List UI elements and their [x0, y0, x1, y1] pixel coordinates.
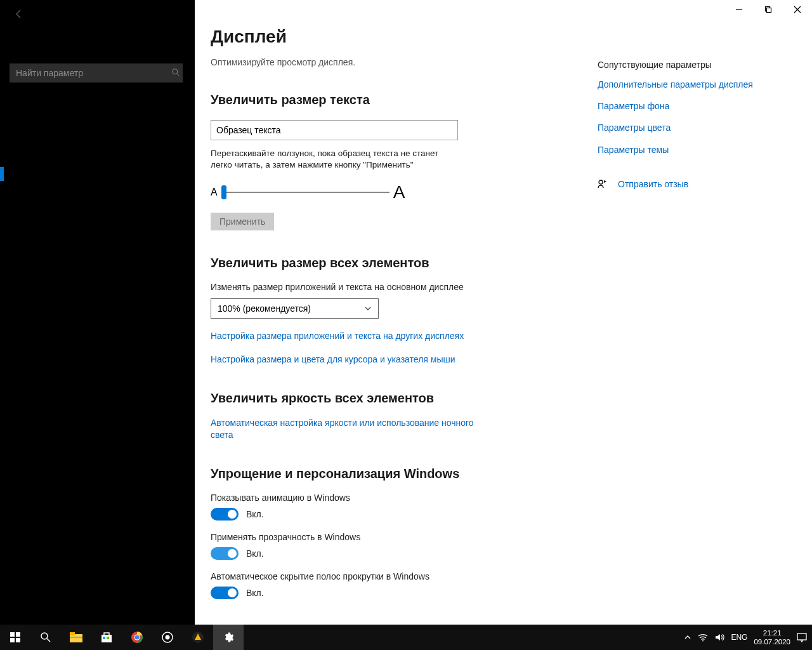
search-icon: [171, 68, 180, 77]
settings-taskbar-icon[interactable]: [213, 625, 244, 650]
clock[interactable]: 21:21 09.07.2020: [754, 628, 790, 647]
maximize-button[interactable]: [754, 0, 783, 19]
toggle-animation[interactable]: [211, 508, 239, 521]
toggle-scrollbars-label: Автоматическое скрытие полос прокрутки в…: [211, 571, 585, 581]
chevron-down-icon: [364, 305, 372, 312]
toggle-animation-label: Показывать анимацию в Windows: [211, 493, 585, 503]
file-explorer-icon[interactable]: [61, 625, 91, 650]
start-button[interactable]: [0, 625, 30, 650]
section-elements-heading: Увеличить размер всех элементов: [211, 256, 585, 270]
svg-line-1: [177, 74, 180, 76]
svg-rect-15: [70, 632, 75, 635]
svg-rect-10: [10, 638, 15, 642]
clock-date: 09.07.2020: [754, 637, 790, 646]
svg-line-13: [47, 639, 50, 642]
page-subtitle: Оптимизируйте просмотр дисплея.: [211, 57, 585, 67]
app-circle-icon[interactable]: [152, 625, 183, 650]
scale-dropdown-value: 100% (рекомендуется): [218, 303, 311, 314]
taskbar: ENG 21:21 09.07.2020: [0, 625, 812, 650]
svg-rect-19: [107, 637, 109, 639]
toggle-transparency-state: Вкл.: [246, 548, 264, 559]
section-simplify-heading: Упрощение и персонализация Windows: [211, 467, 585, 481]
svg-point-27: [702, 640, 704, 642]
advanced-display-link[interactable]: Дополнительные параметры дисплея: [598, 79, 775, 90]
svg-rect-8: [10, 632, 15, 637]
scale-label: Изменять размер приложений и текста на о…: [211, 282, 585, 292]
svg-rect-16: [70, 637, 82, 638]
send-feedback-link[interactable]: Отправить отзыв: [618, 178, 688, 190]
page-title: Дисплей: [211, 27, 585, 47]
svg-rect-20: [103, 637, 105, 639]
clock-time: 21:21: [754, 628, 790, 637]
scale-dropdown[interactable]: 100% (рекомендуется): [211, 298, 379, 319]
toggle-transparency[interactable]: [211, 547, 239, 560]
color-link[interactable]: Параметры цвета: [598, 122, 775, 133]
slider-description: Перетаскивайте ползунок, пока образец те…: [211, 148, 461, 171]
toggle-scrollbars[interactable]: [211, 587, 239, 599]
language-indicator[interactable]: ENG: [731, 633, 747, 642]
svg-point-7: [599, 180, 603, 184]
cursor-pointer-link[interactable]: Настройка размера и цвета для курсора и …: [211, 354, 496, 366]
apply-button[interactable]: Применить: [211, 213, 274, 230]
notifications-icon[interactable]: [797, 632, 807, 642]
tray-chevron-icon[interactable]: [684, 633, 691, 641]
text-size-slider[interactable]: [221, 192, 390, 193]
toggle-transparency-label: Применять прозрачность в Windows: [211, 532, 585, 542]
feedback-icon: [598, 179, 608, 189]
sidebar: [0, 0, 195, 625]
app-triangle-icon[interactable]: [183, 625, 213, 650]
sample-text-input[interactable]: [211, 120, 458, 140]
letter-a-small-icon: A: [211, 187, 218, 198]
wifi-icon[interactable]: [698, 633, 708, 642]
svg-point-23: [135, 635, 140, 640]
letter-a-large-icon: A: [393, 182, 405, 202]
svg-point-0: [173, 69, 178, 74]
section-text-heading: Увеличить размер текста: [211, 93, 585, 107]
volume-icon[interactable]: [714, 633, 724, 642]
svg-point-12: [41, 633, 48, 639]
toggle-animation-state: Вкл.: [246, 509, 264, 519]
svg-rect-11: [16, 638, 20, 642]
toggle-scrollbars-state: Вкл.: [246, 588, 264, 598]
background-link[interactable]: Параметры фона: [598, 100, 775, 112]
search-input[interactable]: [10, 63, 183, 83]
search-taskbar-button[interactable]: [30, 625, 61, 650]
svg-rect-9: [16, 632, 20, 637]
theme-link[interactable]: Параметры темы: [598, 144, 775, 156]
close-button[interactable]: [783, 0, 812, 19]
related-heading: Сопутствующие параметры: [598, 60, 775, 70]
svg-rect-28: [797, 633, 806, 640]
svg-rect-4: [767, 8, 771, 13]
other-displays-link[interactable]: Настройка размера приложений и текста на…: [211, 330, 496, 342]
chrome-icon[interactable]: [122, 625, 152, 650]
window-controls: [724, 0, 812, 19]
minimize-button[interactable]: [724, 0, 754, 19]
content-area: Дисплей Оптимизируйте просмотр дисплея. …: [195, 0, 812, 625]
svg-point-25: [166, 635, 170, 640]
slider-thumb[interactable]: [221, 185, 226, 199]
section-brightness-heading: Увеличить яркость всех элементов: [211, 391, 585, 406]
store-icon[interactable]: [91, 625, 122, 650]
sidebar-selection-indicator: [0, 167, 4, 181]
brightness-link[interactable]: Автоматическая настройка яркости или исп…: [211, 417, 496, 441]
back-arrow-icon[interactable]: [11, 6, 27, 22]
